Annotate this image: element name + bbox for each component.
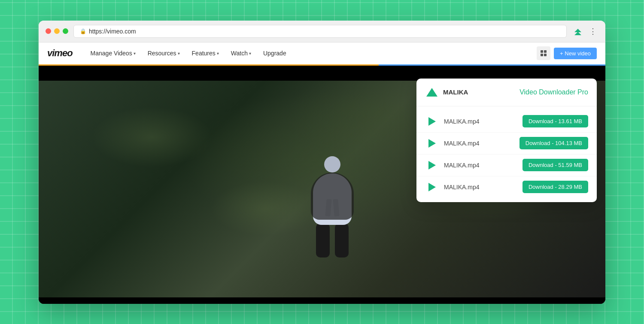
menu-dots[interactable]: ⋮	[587, 27, 598, 36]
nav-features-label: Features	[192, 50, 216, 57]
vimeo-logo: vimeo	[47, 48, 73, 59]
popup-title: Video Downloader Pro	[519, 88, 588, 96]
download-button-1[interactable]: Download - 104.13 MB	[519, 137, 588, 149]
play-icon-0	[425, 115, 438, 128]
svg-marker-9	[428, 161, 436, 170]
popup-title-accent: Pro	[577, 88, 588, 96]
download-item-1: MALIKA.mp4 Download - 104.13 MB	[416, 133, 597, 154]
nav-features-chevron: ▾	[217, 51, 219, 56]
download-item-3: MALIKA.mp4 Download - 28.29 MB	[416, 176, 597, 198]
maximize-button[interactable]	[63, 28, 68, 34]
svg-marker-7	[428, 117, 436, 126]
extension-icon[interactable]	[572, 25, 584, 37]
file-name-3: MALIKA.mp4	[444, 184, 516, 191]
download-button-3[interactable]: Download - 28.29 MB	[522, 181, 588, 193]
url-text: https://vimeo.com	[89, 28, 136, 35]
nav-resources-chevron: ▾	[178, 51, 180, 56]
person-figure	[307, 156, 358, 268]
browser-actions: ⋮	[572, 25, 598, 37]
nav-resources-label: Resources	[148, 50, 176, 57]
download-item-0: MALIKA.mp4 Download - 13.61 MB	[416, 111, 597, 133]
video-area: MALIKA Video Downloader Pro MALIKA.mp4 D…	[39, 66, 605, 304]
svg-rect-5	[544, 54, 547, 56]
file-name-1: MALIKA.mp4	[444, 140, 513, 147]
popup-body: MALIKA.mp4 Download - 13.61 MB MALIKA.mp…	[416, 106, 597, 202]
popup-channel-name: MALIKA	[443, 88, 515, 96]
svg-marker-0	[574, 29, 581, 32]
browser-chrome: 🔒 https://vimeo.com ⋮	[39, 21, 605, 42]
download-button-0[interactable]: Download - 13.61 MB	[522, 115, 588, 127]
nav-manage-videos[interactable]: Manage Videos ▾	[85, 42, 142, 64]
nav-upgrade-label: Upgrade	[263, 50, 286, 57]
svg-rect-2	[541, 50, 543, 53]
nav-manage-videos-label: Manage Videos	[91, 50, 132, 57]
nav-watch-chevron: ▾	[249, 51, 251, 56]
popup-header: MALIKA Video Downloader Pro	[416, 79, 597, 106]
plugin-logo-icon	[425, 85, 439, 99]
plugin-popup: MALIKA Video Downloader Pro MALIKA.mp4 D…	[416, 79, 597, 202]
browser-window: 🔒 https://vimeo.com ⋮ vimeo Manage Video…	[39, 21, 605, 304]
play-icon-3	[425, 181, 438, 194]
nav-resources[interactable]: Resources ▾	[142, 42, 186, 64]
close-button[interactable]	[46, 28, 51, 34]
svg-rect-3	[544, 50, 547, 53]
nav-upgrade[interactable]: Upgrade	[257, 42, 292, 64]
nav-features[interactable]: Features ▾	[186, 42, 225, 64]
vimeo-nav: vimeo Manage Videos ▾ Resources ▾ Featur…	[39, 42, 605, 66]
svg-marker-10	[428, 183, 436, 191]
nav-grid-icon[interactable]	[537, 46, 550, 60]
download-item-2: MALIKA.mp4 Download - 51.59 MB	[416, 154, 597, 176]
nav-new-video-button[interactable]: + New video	[554, 48, 597, 59]
download-button-2[interactable]: Download - 51.59 MB	[522, 159, 588, 171]
nav-right: + New video	[537, 46, 597, 60]
nav-watch[interactable]: Watch ▾	[225, 42, 257, 64]
svg-marker-1	[574, 32, 581, 35]
address-bar[interactable]: 🔒 https://vimeo.com	[73, 25, 567, 38]
nav-manage-videos-chevron: ▾	[134, 51, 136, 56]
svg-marker-6	[426, 88, 437, 97]
minimize-button[interactable]	[54, 28, 60, 34]
file-name-0: MALIKA.mp4	[444, 118, 516, 125]
play-icon-1	[425, 137, 438, 150]
traffic-lights	[46, 28, 68, 34]
play-icon-2	[425, 159, 438, 172]
svg-rect-4	[541, 54, 543, 56]
file-name-2: MALIKA.mp4	[444, 162, 516, 169]
svg-marker-8	[428, 139, 436, 148]
popup-title-main: Video Downloader	[519, 88, 575, 96]
black-bar-bottom	[39, 297, 605, 304]
lock-icon: 🔒	[80, 28, 86, 34]
nav-watch-label: Watch	[231, 50, 248, 57]
